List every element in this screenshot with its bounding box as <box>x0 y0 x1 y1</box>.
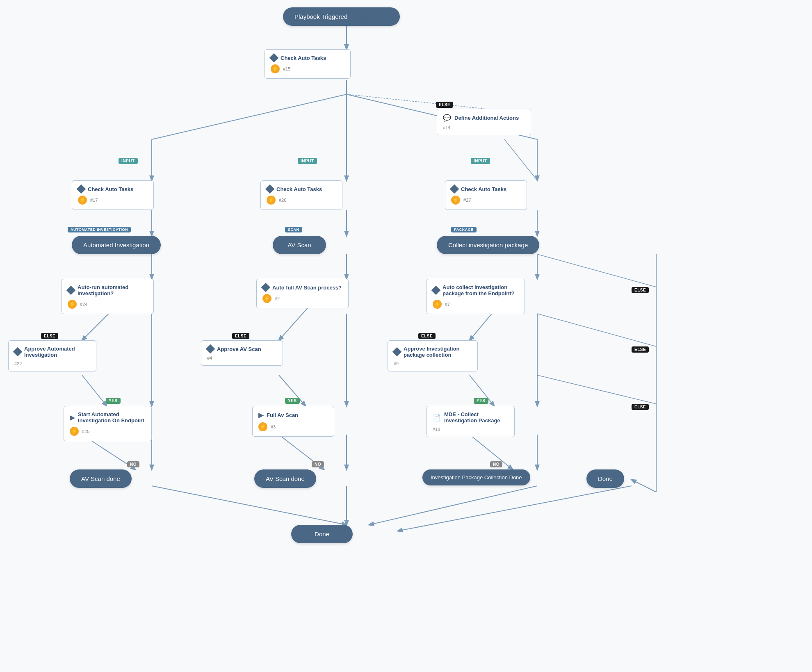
approve-av-scan-node[interactable]: Approve AV Scan #4 <box>201 340 283 366</box>
av-scan-done2-pill[interactable]: AV Scan done <box>254 469 316 488</box>
collect-pkg-pill[interactable]: Collect investigation package <box>437 236 539 254</box>
trigger-label: Playbook Triggered <box>294 13 347 20</box>
start-auto-inv-label: Start Automated Investigation On Endpoin… <box>78 411 146 424</box>
full-av-scan-id: #3 <box>271 424 276 429</box>
auto-inv-edge-label: AUTOMATED INVESTIGATION <box>68 227 131 232</box>
done1-label: Done <box>598 475 613 482</box>
check26-id: #26 <box>279 198 286 203</box>
yes1-label: YES <box>106 398 121 404</box>
input2-label: INPUT <box>298 158 317 164</box>
done1-pill[interactable]: Done <box>586 469 624 488</box>
start-auto-inv-node[interactable]: ▶ Start Automated Investigation On Endpo… <box>64 406 152 441</box>
full-av-scan-label: Full Av Scan <box>267 412 298 418</box>
av-scan-done1-label: AV Scan done <box>81 475 120 482</box>
full-av-scan-node[interactable]: ▶ Full Av Scan ⚡ #3 <box>252 406 334 437</box>
check27-id: #27 <box>463 198 471 203</box>
diamond-icon <box>261 283 271 292</box>
check27-node[interactable]: Check Auto Tasks ⚡ #27 <box>445 180 527 210</box>
package-edge-label: PACKAGE <box>451 227 477 232</box>
trigger-node[interactable]: Playbook Triggered Inputs / Outputs <box>283 7 400 26</box>
inv-pkg-done-pill[interactable]: Investigation Package Collection Done <box>422 469 530 485</box>
flowchart-canvas: Playbook Triggered Inputs / Outputs Chec… <box>0 0 812 672</box>
done-bottom-pill[interactable]: Done <box>291 525 353 543</box>
check15-node[interactable]: Check Auto Tasks ⚡ #15 <box>265 49 351 79</box>
svg-line-22 <box>82 375 107 406</box>
av-scan-label: AV Scan <box>287 241 311 248</box>
yes3-label: YES <box>474 398 488 404</box>
else-right1-label: ELSE <box>632 287 649 293</box>
approve-auto-inv-id: #22 <box>14 361 22 366</box>
else4-label: ELSE <box>418 333 436 339</box>
else1-label: ELSE <box>436 102 453 108</box>
lightning-icon: ⚡ <box>70 427 79 436</box>
else2-label: ELSE <box>41 333 58 339</box>
svg-line-35 <box>632 480 656 492</box>
av-scan-done2-label: AV Scan done <box>266 475 305 482</box>
else-right3-label: ELSE <box>632 404 649 410</box>
diamond-icon <box>450 185 459 194</box>
auto-run-q-id: #24 <box>80 302 87 307</box>
scan-edge-label: SCAN <box>285 227 302 232</box>
define-additional-node[interactable]: 💬 Define Additional Actions #14 <box>437 109 531 135</box>
svg-line-36 <box>152 486 347 525</box>
svg-line-32 <box>537 254 656 287</box>
lightning-icon: ⚡ <box>433 300 442 309</box>
auto-collect-q-id: #7 <box>445 302 450 307</box>
check17-id: #17 <box>90 198 98 203</box>
svg-line-5 <box>347 94 484 109</box>
define-additional-label: Define Additional Actions <box>454 115 519 121</box>
no3-label: NO <box>490 461 502 467</box>
chat-icon: 💬 <box>443 114 451 122</box>
approve-av-scan-id: #4 <box>207 355 212 360</box>
diamond-icon <box>66 286 76 295</box>
lightning-icon: ⚡ <box>271 64 280 73</box>
start-auto-inv-id: #25 <box>82 429 89 434</box>
auto-full-av-q-node[interactable]: Auto full AV Scan process? ⚡ #2 <box>256 279 349 308</box>
approve-auto-inv-label: Approve Automated Investigation <box>24 346 90 358</box>
check26-node[interactable]: Check Auto Tasks ⚡ #26 <box>260 180 342 210</box>
svg-line-9 <box>504 139 537 180</box>
inputs-outputs-link[interactable]: Inputs / Outputs <box>356 14 388 19</box>
approve-av-scan-label: Approve AV Scan <box>217 346 261 352</box>
mde-collect-label: MDE - Collect Investigation Package <box>444 411 509 424</box>
diamond-icon <box>13 347 23 357</box>
lightning-icon: ⚡ <box>451 196 460 205</box>
diamond-icon <box>206 344 215 354</box>
check26-label: Check Auto Tasks <box>276 186 322 192</box>
mde-collect-node[interactable]: 📄 MDE - Collect Investigation Package #1… <box>427 406 515 437</box>
define-additional-id: #14 <box>443 125 450 130</box>
auto-full-av-q-label: Auto full AV Scan process? <box>272 285 342 291</box>
diamond-icon <box>392 347 402 357</box>
svg-line-39 <box>398 486 632 531</box>
diamond-icon <box>431 286 441 295</box>
auto-run-q-node[interactable]: Auto-run automated investigation? ⚡ #24 <box>62 279 154 314</box>
approve-auto-inv-node[interactable]: Approve Automated Investigation #22 <box>8 340 96 371</box>
approve-inv-pkg-node[interactable]: Approve Investigation package collection… <box>388 340 478 371</box>
auto-inv-label: Automated Investigation <box>83 241 149 248</box>
av-scan-pill[interactable]: AV Scan <box>273 236 326 254</box>
diamond-icon <box>77 185 86 194</box>
mde-collect-id: #18 <box>433 427 440 432</box>
lightning-icon: ⚡ <box>267 196 276 205</box>
lightning-icon: ⚡ <box>68 300 77 309</box>
collect-pkg-label: Collect investigation package <box>448 241 528 248</box>
auto-inv-pill[interactable]: Automated Investigation <box>72 236 161 254</box>
inv-pkg-done-label: Investigation Package Collection Done <box>431 474 522 481</box>
arrow-icon: ▶ <box>258 411 263 419</box>
av-scan-done1-pill[interactable]: AV Scan done <box>70 469 132 488</box>
yes2-label: YES <box>285 398 300 404</box>
done-bottom-label: Done <box>315 531 329 538</box>
auto-collect-q-label: Auto collect investigation package from … <box>442 284 519 296</box>
check17-label: Check Auto Tasks <box>88 186 133 192</box>
else-right2-label: ELSE <box>632 346 649 353</box>
check17-node[interactable]: Check Auto Tasks ⚡ #17 <box>72 180 154 210</box>
auto-collect-q-node[interactable]: Auto collect investigation package from … <box>427 279 525 314</box>
else3-label: ELSE <box>232 333 249 339</box>
lightning-icon: ⚡ <box>258 422 267 431</box>
lightning-icon: ⚡ <box>78 196 87 205</box>
connections-svg <box>0 0 812 672</box>
check27-label: Check Auto Tasks <box>461 186 506 192</box>
svg-line-38 <box>369 486 537 525</box>
svg-line-18 <box>279 303 312 340</box>
check15-id: #15 <box>283 66 290 71</box>
